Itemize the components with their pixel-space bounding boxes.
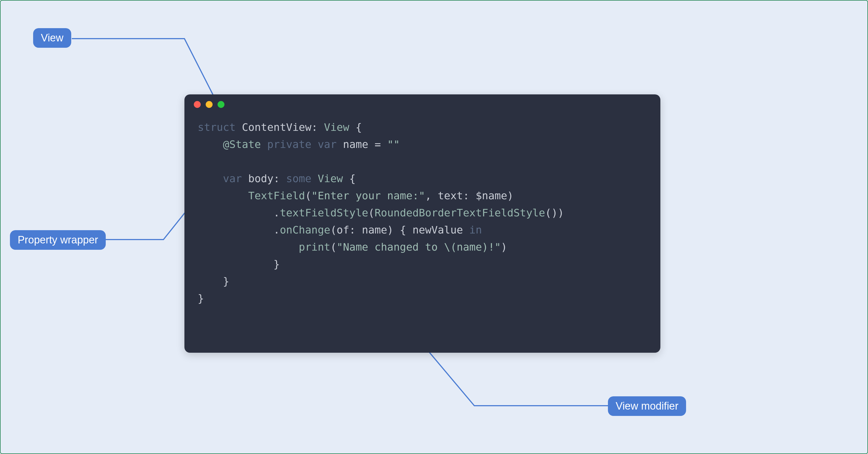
keyword-var: var xyxy=(318,138,337,151)
code-block: struct ContentView: View { @State privat… xyxy=(184,114,660,320)
method-textfieldstyle: textFieldStyle xyxy=(280,207,368,219)
window-titlebar xyxy=(184,94,660,114)
type-textfield: TextField xyxy=(248,190,305,202)
label-view-modifier: View modifier xyxy=(608,396,686,416)
code-window: struct ContentView: View { @State privat… xyxy=(184,94,660,353)
identifier-contentview: ContentView: xyxy=(242,121,318,133)
type-view: View xyxy=(324,121,349,133)
keyword-private: private xyxy=(267,138,311,151)
keyword-struct: struct xyxy=(198,121,236,133)
method-onchange: onChange xyxy=(280,224,330,236)
maximize-icon[interactable] xyxy=(218,101,224,108)
attribute-state: @State xyxy=(223,138,261,151)
label-property-wrapper: Property wrapper xyxy=(10,230,106,250)
minimize-icon[interactable] xyxy=(206,101,213,108)
keyword-var2: var xyxy=(223,172,242,185)
close-icon[interactable] xyxy=(194,101,201,108)
label-view: View xyxy=(33,28,71,48)
